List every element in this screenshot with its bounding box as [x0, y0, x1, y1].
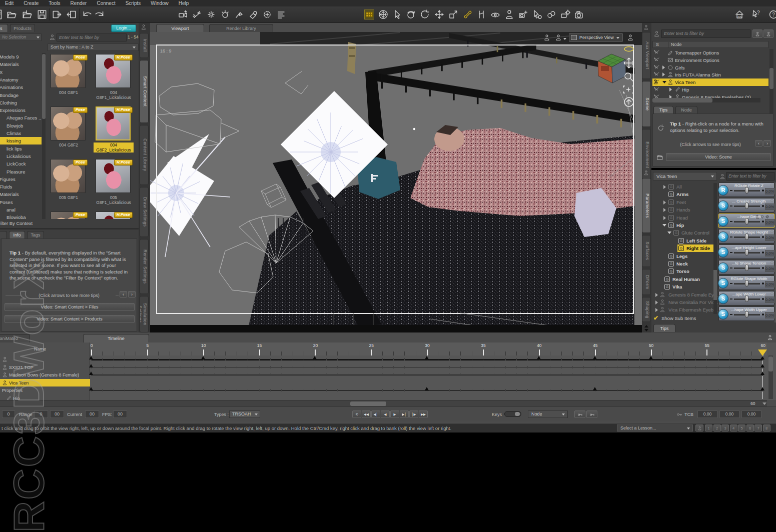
category-item[interactable]: Blowjoba: [0, 214, 42, 219]
content-item[interactable]: Pose004 G8F1: [49, 54, 89, 104]
keyframe[interactable]: [593, 387, 597, 390]
scale-tool-icon[interactable]: [448, 10, 458, 20]
scene-node-row[interactable]: Tonemapper Options: [652, 49, 768, 56]
expand-arrow-icon[interactable]: [662, 81, 666, 84]
create-spotlight-icon[interactable]: [192, 10, 202, 20]
lesson-button-4[interactable]: 4: [730, 424, 737, 432]
figure-icon[interactable]: [2, 364, 8, 370]
category-item[interactable]: Clothing: [0, 99, 42, 106]
category-item[interactable]: Blowjob: [0, 122, 42, 130]
content-item[interactable]: Pose004 G8F2: [49, 106, 89, 156]
param-tree-row[interactable]: GAll: [652, 183, 716, 190]
param-tree-row[interactable]: GNeck: [652, 260, 716, 268]
category-item[interactable]: Figures: [0, 176, 42, 183]
slider-plus-icon[interactable]: [762, 252, 764, 254]
param-tree-row[interactable]: GLegs: [652, 252, 716, 260]
category-item[interactable]: Anatomy: [0, 76, 42, 84]
pointer-check-icon[interactable]: [653, 57, 659, 63]
search-input[interactable]: Enter text to filter by: [57, 34, 127, 42]
category-item[interactable]: Lickalicious: [0, 152, 42, 160]
expand-arrow-icon[interactable]: [669, 88, 672, 92]
video-scene-button[interactable]: Video: Scene: [666, 153, 771, 161]
expand-arrow-icon[interactable]: [655, 293, 658, 297]
prev-tip-button[interactable]: ‹: [120, 291, 127, 298]
dock-tab-scene[interactable]: Scene: [642, 81, 651, 127]
keyframe[interactable]: [425, 356, 429, 360]
figure-setup-tool-icon[interactable]: [476, 10, 486, 20]
filter-by-context-label[interactable]: Filter By Context: [0, 220, 58, 226]
help-icon[interactable]: ?: [768, 10, 776, 20]
expand-arrow-icon[interactable]: [662, 224, 666, 226]
slider-handle[interactable]: [745, 296, 748, 302]
lesson-button-1[interactable]: 1: [705, 424, 712, 432]
parameter-slider-card[interactable]: ...te Shape TensionS0.0%: [718, 260, 774, 274]
key-icon[interactable]: [676, 412, 682, 418]
key-icon[interactable]: [577, 412, 583, 418]
slider-minus[interactable]: [730, 236, 732, 238]
create-camera-icon[interactable]: [178, 10, 188, 20]
param-tree-row[interactable]: GHands: [652, 206, 716, 214]
slider-handle[interactable]: [745, 264, 748, 271]
content-item[interactable]: H.Pose: [94, 212, 134, 219]
camera-cycle-icon[interactable]: [554, 34, 562, 41]
menu-item-help[interactable]: Help: [174, 0, 194, 6]
skip-to-start-button[interactable]: ◀◀: [362, 410, 371, 418]
slider-plus-icon[interactable]: [762, 282, 764, 284]
dock-tab-render-settings[interactable]: Render Settings: [140, 239, 149, 294]
dock-tab-shaping[interactable]: Shaping: [642, 297, 651, 322]
pointer-check-icon[interactable]: [653, 86, 659, 92]
joint-editor-tool-icon[interactable]: [462, 10, 472, 20]
category-item[interactable]: LickCock: [0, 160, 42, 168]
param-tree-row[interactable]: New Genitalia For Vict...: [652, 298, 716, 306]
slider-settings-dot-icon[interactable]: [770, 230, 773, 233]
environment-icon[interactable]: [667, 57, 673, 63]
tab-products[interactable]: Products: [10, 24, 35, 32]
slider-minus[interactable]: [730, 283, 732, 284]
rotate-orbit-tool-icon[interactable]: [406, 10, 416, 20]
viewport-grid-icon[interactable]: [364, 10, 374, 20]
slider-plus-icon[interactable]: [762, 236, 764, 238]
link-icon[interactable]: [755, 214, 759, 219]
slider-handle[interactable]: [745, 187, 748, 194]
export-file-icon[interactable]: [66, 9, 77, 20]
pointer-check-icon[interactable]: [653, 72, 659, 78]
param-tree-row[interactable]: Genesis 8 Female Eye...: [652, 291, 716, 298]
dock-tab-content-library[interactable]: Content Library: [140, 125, 149, 185]
heart-icon[interactable]: [760, 214, 764, 219]
keyframe[interactable]: [760, 387, 764, 390]
category-item[interactable]: Materials: [0, 190, 42, 198]
tab-tips-bottom[interactable]: Tips: [653, 324, 675, 332]
step-forward-key-button[interactable]: │▶: [409, 410, 418, 418]
keyframe[interactable]: [760, 356, 764, 360]
timeline-vscrollbar-thumb[interactable]: [768, 356, 773, 372]
figure-icon[interactable]: [2, 356, 8, 362]
param-tree-row[interactable]: GRight Side: [652, 244, 716, 252]
key-icon[interactable]: [589, 412, 595, 418]
slider-plus-icon[interactable]: [762, 205, 764, 207]
camera-cycle-arrow-icon[interactable]: [563, 38, 566, 40]
slider-settings-dot-icon[interactable]: [770, 308, 773, 310]
param-tree-vscrollbar-thumb[interactable]: [713, 270, 717, 300]
keyframe[interactable]: [313, 356, 317, 360]
keyframe[interactable]: [89, 387, 93, 390]
range-field-1[interactable]: 00: [50, 410, 64, 418]
parameter-slider-card[interactable]: ...hape Width UpperS0.0%: [718, 306, 774, 321]
tonemapper-icon[interactable]: [667, 50, 673, 56]
tcb-field-2[interactable]: 0.00: [741, 410, 761, 418]
surface-selection-tool-icon[interactable]: [490, 10, 500, 20]
dock-tab-parameters[interactable]: Parameters: [642, 178, 651, 233]
keyframe[interactable]: [89, 356, 93, 360]
category-item[interactable]: Ahegao Faces ...: [0, 114, 42, 122]
open-file-icon[interactable]: [6, 9, 17, 20]
keyframe[interactable]: [425, 387, 429, 390]
category-item[interactable]: Models 9: [0, 53, 42, 60]
prev-tip-button[interactable]: ‹: [755, 140, 762, 146]
param-tree-row[interactable]: GVika: [652, 283, 716, 290]
slider-handle[interactable]: [745, 234, 748, 240]
keys-toggle[interactable]: [504, 411, 521, 417]
parameter-slider-card[interactable]: ...ape Width LowerS0.0%: [718, 291, 774, 306]
step-back-button[interactable]: ◀: [381, 410, 390, 418]
parameter-slider-card[interactable]: ... Crease StrengthS0.0%: [718, 198, 774, 212]
figure-icon[interactable]: [659, 306, 665, 312]
slider-plus-icon[interactable]: [762, 267, 764, 269]
